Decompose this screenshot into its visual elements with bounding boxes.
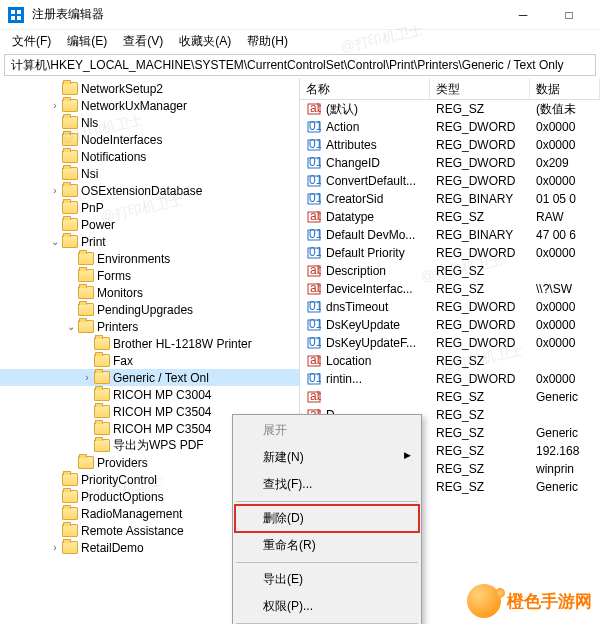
tree-item-label: Remote Assistance — [81, 524, 184, 538]
list-row[interactable]: 011rintin...REG_DWORD0x0000 — [300, 370, 600, 388]
tree-item[interactable]: NodeInterfaces — [0, 131, 299, 148]
list-row[interactable]: abLocationREG_SZ — [300, 352, 600, 370]
list-row[interactable]: abREG_SZGeneric — [300, 388, 600, 406]
string-value-icon: ab — [306, 263, 322, 279]
tree-item[interactable]: PendingUpgrades — [0, 301, 299, 318]
list-row[interactable]: abDescriptionREG_SZ — [300, 262, 600, 280]
folder-icon — [78, 286, 94, 299]
column-header-data[interactable]: 数据 — [530, 78, 600, 99]
column-header-type[interactable]: 类型 — [430, 78, 530, 99]
svg-text:011: 011 — [309, 372, 321, 385]
tree-item[interactable]: Environments — [0, 250, 299, 267]
tree-item[interactable]: Nsi — [0, 165, 299, 182]
folder-icon — [62, 507, 78, 520]
folder-icon — [94, 439, 110, 452]
tree-item[interactable]: NetworkSetup2 — [0, 80, 299, 97]
menu-edit[interactable]: 编辑(E) — [59, 31, 115, 52]
folder-icon — [62, 99, 78, 112]
list-row[interactable]: 011DsKeyUpdateF...REG_DWORD0x0000 — [300, 334, 600, 352]
expand-icon[interactable]: › — [80, 372, 94, 383]
tree-item[interactable]: ›Generic / Text Onl — [0, 369, 299, 386]
value-data: 01 05 0 — [530, 192, 600, 206]
tree-item[interactable]: Brother HL-1218W Printer — [0, 335, 299, 352]
expand-icon[interactable]: › — [48, 100, 62, 111]
tree-item[interactable]: Monitors — [0, 284, 299, 301]
tree-item-label: NetworkUxManager — [81, 99, 187, 113]
minimize-button[interactable]: ─ — [500, 0, 546, 30]
footer-text: 橙色手游网 — [507, 590, 592, 613]
ctx-expand[interactable]: 展开 — [235, 417, 419, 444]
list-row[interactable]: 011Default DevMo...REG_BINARY47 00 6 — [300, 226, 600, 244]
tree-item-label: RadioManagement — [81, 507, 182, 521]
collapse-icon[interactable]: ⌄ — [64, 321, 78, 332]
list-row[interactable]: 011ConvertDefault...REG_DWORD0x0000 — [300, 172, 600, 190]
folder-icon — [62, 116, 78, 129]
value-name: ConvertDefault... — [326, 174, 416, 188]
value-type: REG_SZ — [430, 390, 530, 404]
menu-help[interactable]: 帮助(H) — [239, 31, 296, 52]
folder-icon — [78, 252, 94, 265]
folder-icon — [78, 303, 94, 316]
tree-item[interactable]: RICOH MP C3004 — [0, 386, 299, 403]
list-row[interactable]: 011DsKeyUpdateREG_DWORD0x0000 — [300, 316, 600, 334]
tree-item-label: Nsi — [81, 167, 98, 181]
expand-icon[interactable]: › — [48, 542, 62, 553]
value-data: 0x0000 — [530, 138, 600, 152]
expand-icon[interactable]: › — [48, 185, 62, 196]
folder-icon — [62, 524, 78, 537]
ctx-separator — [236, 562, 418, 563]
menu-view[interactable]: 查看(V) — [115, 31, 171, 52]
tree-item[interactable]: Fax — [0, 352, 299, 369]
collapse-icon[interactable]: ⌄ — [48, 236, 62, 247]
tree-item[interactable]: Nls — [0, 114, 299, 131]
tree-item-label: PendingUpgrades — [97, 303, 193, 317]
column-header-name[interactable]: 名称 — [300, 78, 430, 99]
address-bar[interactable]: 计算机\HKEY_LOCAL_MACHINE\SYSTEM\CurrentCon… — [4, 54, 596, 76]
value-type: REG_SZ — [430, 426, 530, 440]
value-data: 0x0000 — [530, 336, 600, 350]
menu-file[interactable]: 文件(F) — [4, 31, 59, 52]
tree-item[interactable]: ›OSExtensionDatabase — [0, 182, 299, 199]
string-value-icon: ab — [306, 389, 322, 405]
list-row[interactable]: ab(默认)REG_SZ(数值未 — [300, 100, 600, 118]
value-name: dnsTimeout — [326, 300, 388, 314]
list-row[interactable]: 011dnsTimeoutREG_DWORD0x0000 — [300, 298, 600, 316]
ctx-export[interactable]: 导出(E) — [235, 566, 419, 593]
list-row[interactable]: 011AttributesREG_DWORD0x0000 — [300, 136, 600, 154]
tree-item[interactable]: ⌄Printers — [0, 318, 299, 335]
svg-text:ab: ab — [310, 282, 321, 295]
ctx-delete[interactable]: 删除(D) — [235, 505, 419, 532]
svg-text:ab: ab — [310, 390, 321, 403]
tree-item[interactable]: PnP — [0, 199, 299, 216]
value-type: REG_DWORD — [430, 174, 530, 188]
value-type: REG_SZ — [430, 354, 530, 368]
tree-item[interactable]: ⌄Print — [0, 233, 299, 250]
ctx-rename[interactable]: 重命名(R) — [235, 532, 419, 559]
folder-icon — [94, 422, 110, 435]
tree-item-label: 导出为WPS PDF — [113, 437, 204, 454]
footer-logo: 橙色手游网 — [467, 584, 592, 618]
ctx-permissions[interactable]: 权限(P)... — [235, 593, 419, 620]
value-name: rintin... — [326, 372, 362, 386]
list-row[interactable]: 011ActionREG_DWORD0x0000 — [300, 118, 600, 136]
binary-value-icon: 011 — [306, 245, 322, 261]
tree-item[interactable]: Power — [0, 216, 299, 233]
menu-favorites[interactable]: 收藏夹(A) — [171, 31, 239, 52]
folder-icon — [62, 150, 78, 163]
list-row[interactable]: abDeviceInterfac...REG_SZ\\?\SW — [300, 280, 600, 298]
value-data: 192.168 — [530, 444, 600, 458]
ctx-new[interactable]: 新建(N)▶ — [235, 444, 419, 471]
list-row[interactable]: abDatatypeREG_SZRAW — [300, 208, 600, 226]
tree-item[interactable]: Notifications — [0, 148, 299, 165]
tree-item[interactable]: ›NetworkUxManager — [0, 97, 299, 114]
folder-icon — [94, 388, 110, 401]
list-row[interactable]: 011ChangeIDREG_DWORD0x209 — [300, 154, 600, 172]
ctx-find[interactable]: 查找(F)... — [235, 471, 419, 498]
list-row[interactable]: 011CreatorSidREG_BINARY01 05 0 — [300, 190, 600, 208]
menubar: 文件(F) 编辑(E) 查看(V) 收藏夹(A) 帮助(H) — [0, 30, 600, 52]
maximize-button[interactable]: □ — [546, 0, 592, 30]
tree-item-label: PriorityControl — [81, 473, 157, 487]
tree-item[interactable]: Forms — [0, 267, 299, 284]
svg-rect-1 — [17, 10, 21, 14]
list-row[interactable]: 011Default PriorityREG_DWORD0x0000 — [300, 244, 600, 262]
